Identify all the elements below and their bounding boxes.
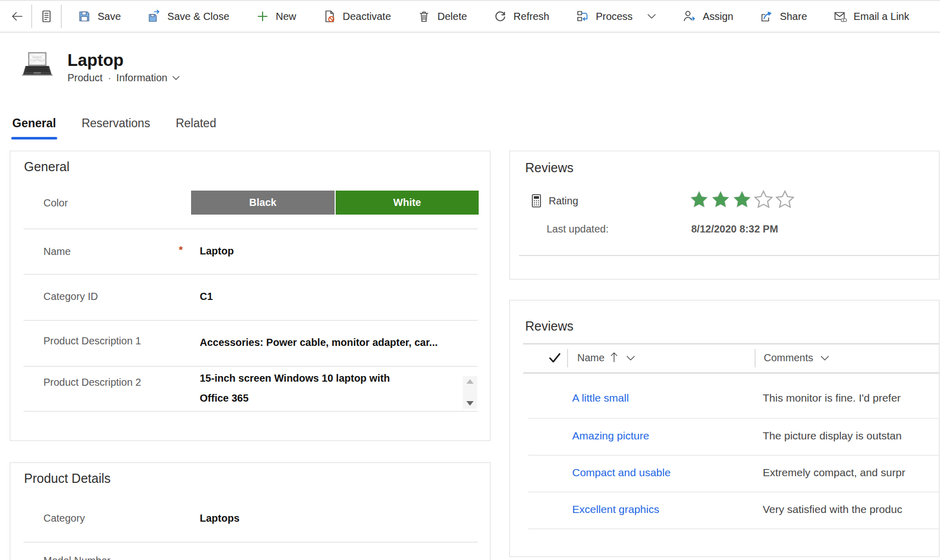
field-divider	[24, 274, 478, 275]
last-updated-label: Last updated:	[547, 223, 608, 235]
grid-header-border	[523, 372, 939, 374]
deactivate-icon	[323, 10, 336, 23]
new-label: New	[276, 11, 296, 22]
category-id-field-value[interactable]: C1	[200, 291, 213, 302]
process-label: Process	[596, 11, 632, 22]
form-name-label: Information	[116, 72, 168, 84]
name-filter-chevron-icon[interactable]	[626, 356, 635, 361]
row-divider	[528, 492, 939, 493]
scroll-up-icon[interactable]	[466, 379, 474, 384]
back-arrow-icon	[10, 9, 24, 24]
comments-filter-chevron-icon[interactable]	[820, 356, 829, 361]
product-description-1-label: Product Description 1	[43, 335, 141, 347]
form-selector-chevron-icon	[172, 76, 180, 81]
grid-top-border	[523, 343, 939, 344]
product-description-2-label: Product Description 2	[43, 377, 141, 388]
email-a-link-label: Email a Link	[854, 11, 909, 22]
name-field-label: Name	[43, 246, 70, 258]
save-and-close-button[interactable]: Save & Close	[134, 1, 243, 32]
color-field-label: Color	[43, 197, 68, 209]
refresh-button[interactable]: Refresh	[480, 1, 562, 32]
tab-reservations[interactable]: Reservations	[81, 113, 151, 139]
form-selector[interactable]: Information	[116, 72, 180, 84]
field-divider	[519, 255, 939, 256]
star-filled-icon[interactable]	[733, 190, 751, 209]
deactivate-label: Deactivate	[343, 11, 391, 22]
product-details-card: Product Details Category Laptops Model N…	[10, 462, 490, 560]
delete-label: Delete	[437, 11, 467, 22]
review-name-link[interactable]: Excellent graphics	[572, 503, 659, 516]
form-icon	[39, 9, 54, 24]
tab-general[interactable]: General	[11, 113, 57, 139]
review-name-link[interactable]: A little small	[572, 392, 629, 404]
description-line-1: 15-inch screen Windows 10 laptop with	[200, 368, 455, 388]
description-line-2: Office 365	[200, 388, 455, 408]
process-icon	[576, 10, 589, 23]
star-empty-icon[interactable]	[754, 190, 773, 209]
reviews-summary-title: Reviews	[525, 160, 573, 175]
reviews-summary-card: Reviews Rating Last updated: 8/12/2020 8…	[509, 151, 939, 279]
save-button[interactable]: Save	[64, 1, 134, 32]
product-form-page: Save Save & Close New Deactivate Delete …	[0, 0, 940, 560]
review-comment: This monitor is fine. I'd prefer	[763, 392, 940, 404]
photo-watermark-line1: SAMPLE,	[32, 56, 42, 59]
product-description-1-value[interactable]: Accessories: Power cable, monitor adapte…	[200, 337, 438, 348]
field-divider	[24, 366, 478, 367]
save-and-close-icon	[148, 10, 161, 23]
name-column-label: Name	[577, 352, 604, 364]
toolbar-separator	[31, 5, 32, 28]
color-option-black[interactable]: Black	[191, 191, 335, 215]
general-section-title: General	[24, 159, 69, 174]
column-divider	[567, 349, 568, 367]
general-section-card: General Color Black White Name * Laptop …	[10, 151, 490, 441]
star-filled-icon[interactable]	[711, 190, 730, 209]
share-label: Share	[780, 11, 807, 22]
reviews-grid-title: Reviews	[525, 319, 573, 334]
new-button[interactable]: New	[243, 1, 310, 32]
model-number-field-label: Model Number	[43, 555, 110, 560]
tab-related[interactable]: Related	[175, 113, 217, 139]
select-all-checkmark-icon[interactable]	[549, 353, 561, 364]
star-empty-icon[interactable]	[776, 190, 794, 209]
scroll-down-icon[interactable]	[466, 401, 474, 406]
refresh-label: Refresh	[513, 11, 549, 22]
field-divider	[24, 411, 478, 412]
field-divider	[24, 320, 478, 321]
form-selector-button[interactable]	[35, 1, 58, 32]
assign-label: Assign	[702, 11, 733, 22]
name-field-value[interactable]: Laptop	[200, 245, 234, 257]
category-id-field-label: Category ID	[43, 291, 98, 302]
command-bar: Save Save & Close New Deactivate Delete …	[0, 0, 940, 33]
product-details-title: Product Details	[24, 471, 111, 486]
record-title: Laptop	[67, 51, 180, 69]
entity-type-label: Product	[67, 72, 103, 84]
row-divider	[528, 528, 939, 529]
delete-trash-icon	[417, 10, 431, 23]
email-a-link-button[interactable]: Email a Link	[820, 1, 923, 32]
row-divider	[528, 418, 939, 419]
field-divider	[24, 542, 478, 543]
review-name-link[interactable]: Amazing picture	[572, 430, 649, 442]
record-header-text: Laptop Product · Information	[67, 51, 180, 84]
delete-button[interactable]: Delete	[404, 1, 480, 32]
description-scrollbar[interactable]	[463, 376, 477, 409]
save-and-close-label: Save & Close	[168, 11, 229, 22]
process-button[interactable]: Process	[562, 1, 669, 32]
product-description-2-value[interactable]: 15-inch screen Windows 10 laptop with Of…	[200, 368, 455, 408]
share-button[interactable]: Share	[746, 1, 820, 32]
review-comment: The picture display is outstan	[763, 430, 940, 442]
email-link-icon	[834, 10, 847, 23]
review-name-link[interactable]: Compact and usable	[572, 466, 671, 479]
color-option-white[interactable]: White	[336, 191, 479, 215]
back-button[interactable]	[5, 1, 29, 32]
photo-watermark-line2: DO NOT REUSE	[29, 59, 46, 62]
rating-field-label: Rating	[549, 195, 578, 207]
assign-button[interactable]: Assign	[669, 1, 746, 32]
star-filled-icon[interactable]	[690, 190, 709, 209]
rating-stars[interactable]	[690, 190, 794, 209]
category-field-value[interactable]: Laptops	[200, 512, 240, 524]
refresh-icon	[494, 10, 507, 23]
calculated-field-icon	[530, 194, 543, 208]
deactivate-button[interactable]: Deactivate	[310, 1, 405, 32]
product-photo[interactable]: SAMPLE, DO NOT REUSE	[20, 51, 53, 79]
